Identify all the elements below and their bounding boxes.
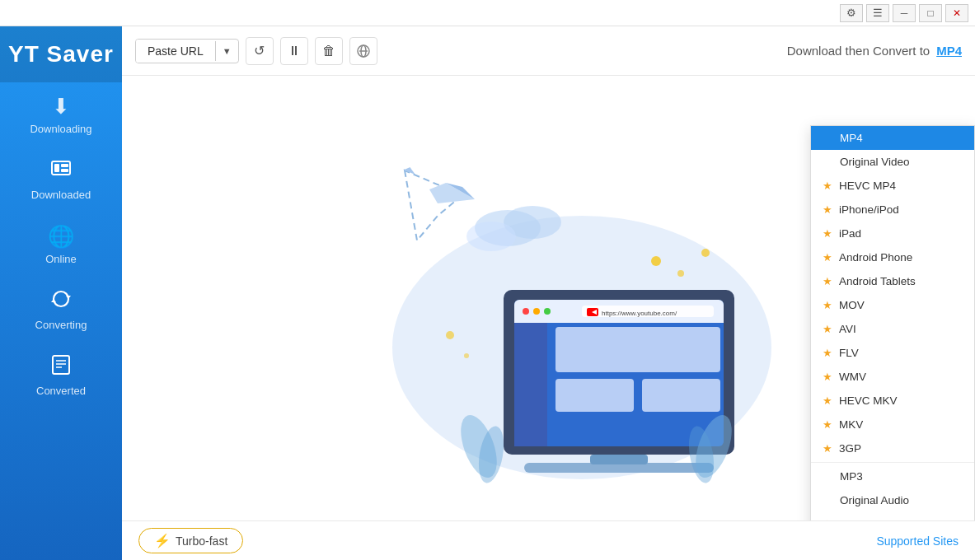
dropdown-item-ipad[interactable]: ★iPad — [811, 222, 974, 245]
svg-point-43 — [464, 353, 469, 358]
star-icon: ★ — [823, 442, 832, 455]
dropdown-item-label: Original Video — [840, 156, 910, 168]
paste-url-label: Paste URL — [136, 40, 215, 63]
dropdown-item-android-phone[interactable]: ★Android Phone — [811, 245, 974, 269]
dropdown-item-label: MKV — [839, 418, 863, 431]
sidebar-item-online[interactable]: 🌐 Online — [0, 212, 122, 277]
dropdown-item-label: Android Tablets — [839, 275, 916, 287]
dropdown-item-label: AVI — [839, 323, 856, 335]
dropdown-item-label: WMV — [839, 371, 866, 383]
svg-point-41 — [701, 249, 710, 257]
sidebar-item-converted[interactable]: Converted — [0, 343, 122, 408]
sidebar-item-downloaded[interactable]: Downloaded — [0, 147, 122, 212]
svg-point-42 — [446, 331, 454, 339]
dropdown-item-label: HEVC MP4 — [839, 180, 896, 192]
svg-rect-31 — [555, 327, 720, 372]
sidebar-item-downloaded-label: Downloaded — [31, 189, 91, 201]
dropdown-item-label: MP4 — [840, 132, 863, 144]
star-icon: ★ — [823, 227, 832, 240]
star-icon: ★ — [823, 347, 832, 359]
dropdown-item-flv[interactable]: ★FLV — [811, 341, 974, 365]
converting-icon — [50, 288, 72, 315]
svg-point-40 — [677, 270, 684, 277]
dropdown-item-label: Android Phone — [839, 251, 912, 264]
refresh-button[interactable]: ↺ — [246, 37, 274, 65]
downloading-icon: ⬇ — [52, 94, 70, 119]
toolbar: Paste URL ▼ ↺ ⏸ 🗑 Download then Convert … — [122, 26, 975, 76]
minimize-button[interactable]: ─ — [893, 4, 916, 22]
pause-button[interactable]: ⏸ — [280, 37, 308, 65]
delete-button[interactable]: 🗑 — [315, 37, 343, 65]
dropdown-item-mp4[interactable]: MP4 — [811, 126, 974, 150]
svg-marker-34 — [405, 170, 462, 240]
svg-rect-33 — [642, 379, 720, 412]
sidebar-item-downloading-label: Downloading — [30, 123, 91, 135]
star-icon: ★ — [823, 371, 832, 383]
dropdown-item-label: MOV — [839, 299, 865, 311]
svg-marker-5 — [51, 299, 56, 302]
download-then-convert-label: Download then Convert to — [787, 44, 930, 58]
dropdown-item-mkv[interactable]: ★MKV — [811, 413, 974, 436]
menu-icon[interactable]: ☰ — [866, 4, 889, 22]
illustration-area: https://www.youtube.com/ — [122, 76, 975, 520]
svg-point-25 — [544, 308, 551, 315]
sidebar-item-converting[interactable]: Converting — [0, 277, 122, 343]
main-content: Paste URL ▼ ↺ ⏸ 🗑 Download then Convert … — [122, 26, 975, 560]
star-icon: ★ — [823, 203, 832, 216]
star-icon: ★ — [823, 418, 832, 431]
dropdown-item-label: FLV — [839, 347, 859, 359]
turbo-fast-button[interactable]: ⚡ Turbo-fast — [138, 528, 243, 553]
dropdown-item-hevc-mkv[interactable]: ★HEVC MKV — [811, 389, 974, 413]
dropdown-item-hevc-mp4[interactable]: ★HEVC MP4 — [811, 174, 974, 198]
dropdown-item-3gp[interactable]: ★3GP — [811, 436, 974, 460]
svg-rect-3 — [61, 169, 68, 172]
dropdown-item-wmv[interactable]: ★WMV — [811, 365, 974, 389]
dropdown-item-m4a[interactable]: ★M4A — [811, 512, 974, 520]
dropdown-item-mp3[interactable]: MP3 — [811, 464, 974, 488]
svg-rect-30 — [514, 323, 547, 446]
star-icon: ★ — [823, 394, 832, 407]
bottombar: ⚡ Turbo-fast Supported Sites — [122, 520, 975, 560]
downloaded-icon — [50, 158, 72, 185]
dropdown-item-android-tablets[interactable]: ★Android Tablets — [811, 269, 974, 293]
settings-extra-button[interactable] — [349, 37, 377, 65]
maximize-button[interactable]: □ — [919, 4, 942, 22]
svg-rect-2 — [61, 164, 68, 167]
star-icon: ★ — [823, 323, 832, 335]
dropdown-item-mov[interactable]: ★MOV — [811, 293, 974, 317]
svg-point-23 — [523, 308, 529, 315]
dropdown-item-avi[interactable]: ★AVI — [811, 317, 974, 341]
turbo-icon: ⚡ — [154, 533, 171, 548]
sidebar-item-converting-label: Converting — [35, 319, 87, 331]
svg-rect-1 — [54, 164, 59, 172]
online-icon: 🌐 — [48, 224, 74, 250]
dropdown-item-iphone-ipod[interactable]: ★iPhone/iPod — [811, 198, 974, 222]
close-button[interactable]: ✕ — [945, 4, 968, 22]
svg-rect-32 — [555, 379, 634, 412]
sidebar-item-converted-label: Converted — [36, 385, 86, 397]
supported-sites-link[interactable]: Supported Sites — [876, 534, 959, 548]
svg-point-39 — [651, 256, 661, 266]
sidebar-item-downloading[interactable]: ⬇ Downloading — [0, 82, 122, 147]
star-icon: ★ — [823, 275, 832, 287]
app-logo-text: YT Saver — [8, 41, 114, 68]
settings-icon[interactable]: ⚙ — [840, 4, 863, 22]
format-selector-link[interactable]: MP4 — [936, 44, 962, 58]
converted-icon — [50, 354, 72, 381]
svg-text:https://www.youtube.com/: https://www.youtube.com/ — [602, 310, 677, 317]
dropdown-item-label: HEVC MKV — [839, 394, 898, 407]
dropdown-item-label: iPhone/iPod — [839, 203, 899, 216]
dropdown-item-label: M4A — [839, 518, 862, 520]
dropdown-item-original-audio[interactable]: Original Audio — [811, 488, 974, 512]
format-dropdown: MP4Original Video★HEVC MP4★iPhone/iPod★i… — [810, 125, 975, 520]
dropdown-item-label: 3GP — [839, 442, 861, 455]
app-logo: YT Saver — [0, 26, 122, 82]
star-icon: ★ — [823, 518, 832, 520]
dropdown-item-original-video[interactable]: Original Video — [811, 150, 974, 174]
titlebar: ⚙ ☰ ─ □ ✕ — [0, 0, 975, 26]
svg-rect-18 — [590, 455, 648, 464]
paste-url-dropdown-arrow[interactable]: ▼ — [215, 41, 238, 61]
sidebar: YT Saver ⬇ Downloading Downloaded 🌐 Onli… — [0, 26, 122, 560]
paste-url-button[interactable]: Paste URL ▼ — [135, 39, 239, 63]
star-icon: ★ — [823, 299, 832, 311]
